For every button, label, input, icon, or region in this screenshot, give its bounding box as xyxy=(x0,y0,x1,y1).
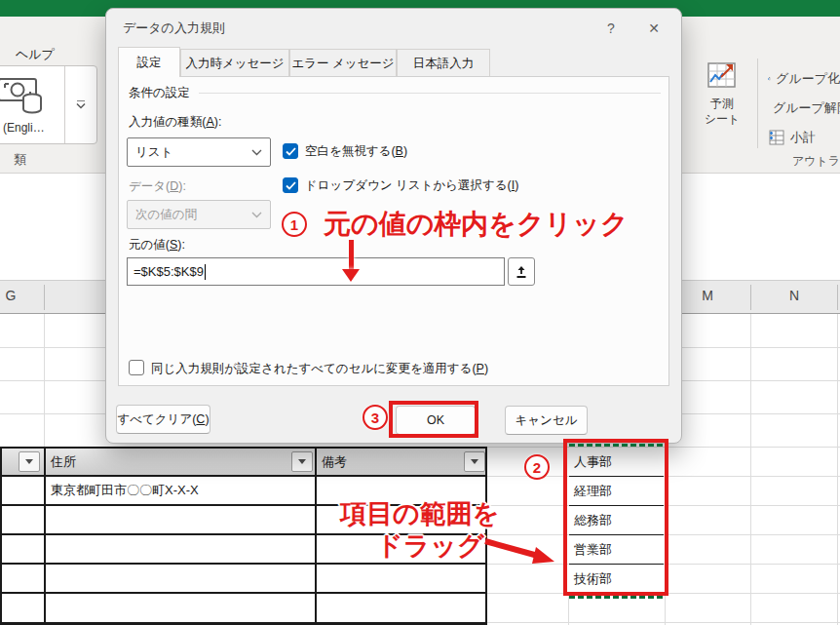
data-types-group-label: 類 xyxy=(14,151,26,169)
chevron-down-icon xyxy=(75,100,87,109)
forecast-sheet-button[interactable]: 予測 シート xyxy=(694,57,750,150)
currency-data-type-label: (Engli… xyxy=(3,121,63,135)
forecast-sheet-icon xyxy=(706,60,738,92)
annotation-step1-circle: 1 xyxy=(282,212,307,237)
gridline-h xyxy=(487,622,840,623)
address-cell-value[interactable]: 東京都町田市〇〇町X-X-X xyxy=(51,482,199,499)
apply-all-checkbox[interactable] xyxy=(129,360,144,375)
ungroup-button-label: グループ解除 xyxy=(773,99,840,117)
group-button[interactable]: グループ化 xyxy=(768,68,840,90)
ungroup-button[interactable]: グループ解除 xyxy=(768,98,840,119)
source-label: 元の値(S): xyxy=(129,237,185,254)
column-header-g[interactable]: G xyxy=(0,288,21,303)
gridline-v xyxy=(750,314,751,625)
currency-icon xyxy=(0,74,48,117)
tab-ime[interactable]: 日本語入力 xyxy=(397,49,490,77)
selection-ants-bottom xyxy=(569,596,663,599)
table-border-v xyxy=(0,447,2,625)
filter-button-remarks[interactable] xyxy=(464,451,485,472)
dialog-close-button[interactable]: ✕ xyxy=(642,17,666,40)
table-header-remarks[interactable]: 備考 xyxy=(322,453,347,471)
group-icon xyxy=(768,71,771,87)
in-cell-dropdown-label: ドロップダウン リストから選択する(I) xyxy=(305,177,518,194)
text-caret xyxy=(205,264,206,280)
table-border-v xyxy=(44,447,46,625)
apply-all-label: 同じ入力規則が設定されたすべてのセルに変更を適用する(P) xyxy=(151,361,488,377)
collapse-dialog-button[interactable] xyxy=(508,257,535,286)
collapse-range-icon xyxy=(515,265,528,279)
gallery-more-button[interactable] xyxy=(64,66,96,143)
table-border-v xyxy=(315,447,317,625)
annotation-drag-text-line1: 項目の範囲を xyxy=(340,496,499,531)
annotation-box-list-range xyxy=(563,439,668,596)
allow-dropdown-value: リスト xyxy=(135,144,172,161)
currency-data-type-button[interactable]: (Engli… xyxy=(0,66,65,143)
filter-arrow-icon xyxy=(25,459,33,464)
annotation-arrow-down-head xyxy=(342,269,360,282)
gridline-v xyxy=(44,314,45,447)
dialog-title: データの入力規則 xyxy=(123,20,225,37)
allow-dropdown[interactable]: リスト xyxy=(127,137,271,167)
annotation-arrow-down xyxy=(349,240,354,271)
table-border-h xyxy=(0,475,487,477)
filter-button[interactable] xyxy=(19,451,40,472)
subtotal-icon xyxy=(768,130,785,145)
subtotal-button-label: 小計 xyxy=(790,129,816,146)
section-title: 条件の設定 xyxy=(129,85,190,101)
annotation-drag-text-line2: ドラッグ xyxy=(376,528,484,564)
annotation-step2-circle: 2 xyxy=(524,454,550,480)
checkmark-icon xyxy=(286,147,296,156)
subtotal-button[interactable]: 小計 xyxy=(768,127,840,148)
table-border-h xyxy=(0,592,487,594)
forecast-sheet-label-line2: シート xyxy=(694,111,750,127)
group-button-label: グループ化 xyxy=(776,70,840,88)
header-separator xyxy=(750,285,751,310)
tab-error-alert[interactable]: エラー メッセージ xyxy=(289,49,397,77)
annotation-step3-circle: 3 xyxy=(363,405,388,430)
annotation-step1-text: 元の値の枠内をクリック xyxy=(324,206,629,243)
cancel-button[interactable]: キャンセル xyxy=(505,406,588,435)
gridline-v xyxy=(568,596,569,625)
chevron-down-icon xyxy=(251,212,262,218)
data-dropdown-disabled: 次の値の間 xyxy=(127,200,271,229)
tab-input-message[interactable]: 入力時メッセージ xyxy=(180,49,289,77)
ribbon-separator xyxy=(757,59,758,148)
filter-arrow-icon xyxy=(298,459,306,464)
dialog-help-button[interactable]: ? xyxy=(599,17,623,40)
source-input-value: =$K$5:$K$9 xyxy=(134,264,204,279)
data-label: データ(D): xyxy=(129,178,186,195)
filter-arrow-icon xyxy=(471,459,478,464)
annotation-box-ok xyxy=(389,401,478,438)
header-separator xyxy=(44,285,45,310)
section-divider xyxy=(199,93,661,94)
data-types-gallery: (Engli… xyxy=(0,65,97,144)
tab-help[interactable]: ヘルプ xyxy=(8,43,62,66)
tab-settings[interactable]: 設定 xyxy=(118,47,180,77)
gridline-v xyxy=(837,314,838,625)
allow-label: 入力値の種類(A): xyxy=(129,114,221,131)
data-dropdown-value: 次の値の間 xyxy=(135,207,197,223)
source-input[interactable]: =$K$5:$K$9 xyxy=(127,257,505,286)
excel-window: ヘルプ (Engli… 類 析 測 xyxy=(0,0,840,625)
outline-group-label: アウトライン xyxy=(792,153,840,170)
header-separator xyxy=(837,285,838,310)
checkmark-icon xyxy=(286,181,296,190)
filter-button-address[interactable] xyxy=(291,451,313,472)
table-header-address[interactable]: 住所 xyxy=(51,453,76,471)
ignore-blank-checkbox[interactable] xyxy=(283,143,298,159)
chevron-down-icon xyxy=(251,149,262,156)
in-cell-dropdown-checkbox[interactable] xyxy=(283,177,298,193)
forecast-sheet-label-line1: 予測 xyxy=(694,96,750,111)
ignore-blank-label: 空白を無視する(B) xyxy=(305,143,407,160)
table-border-h xyxy=(0,447,487,449)
annotation-arrow-diagonal xyxy=(482,534,562,569)
column-header-n[interactable]: N xyxy=(750,288,838,303)
clear-all-button[interactable]: すべてクリア(C) xyxy=(116,405,210,434)
